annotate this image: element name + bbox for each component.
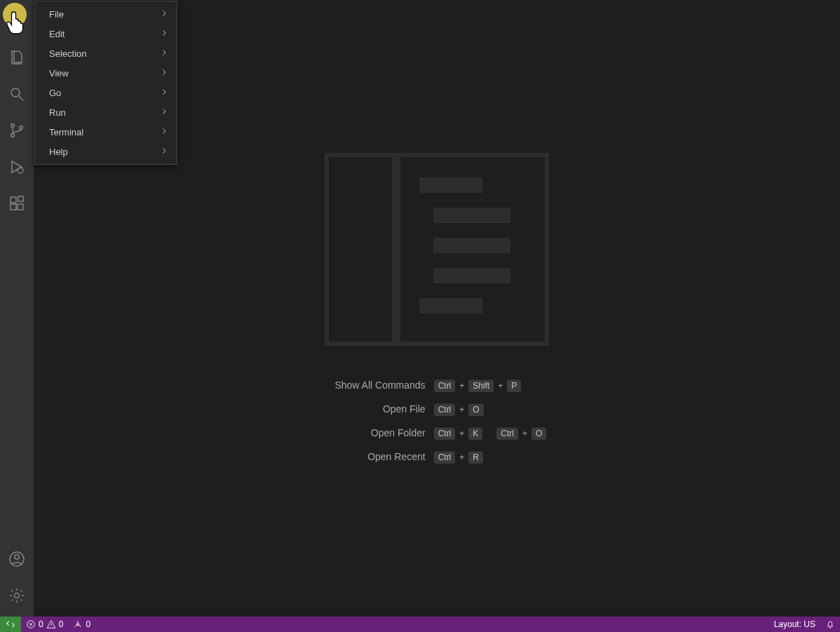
svg-point-11 [15,593,20,598]
svg-rect-7 [18,204,23,210]
svg-point-20 [77,623,80,626]
extensions-icon [8,195,25,212]
menu-item-terminal[interactable]: Terminal [35,122,177,142]
explorer-button[interactable] [0,41,34,74]
shortcut-label: Open Recent [327,451,426,464]
chevron-right-icon [160,29,168,39]
svg-rect-14 [419,177,482,193]
ports-item[interactable]: 0 [68,617,95,632]
svg-rect-6 [11,204,16,210]
menu-item-edit[interactable]: Edit [35,24,177,43]
extensions-button[interactable] [0,187,34,220]
shortcut-label: Show All Commands [327,379,426,392]
chevron-right-icon [160,147,168,157]
search-button[interactable] [0,77,34,111]
files-icon [8,49,25,66]
file-icon [325,153,549,346]
chevron-right-icon [160,9,168,20]
svg-rect-5 [11,197,16,203]
menu-item-help[interactable]: Help [35,142,177,161]
editor-watermark: Show All Commands Ctrl + Shift + P Open … [325,153,549,464]
notifications-item[interactable] [820,617,840,632]
shortcut-open-file: Open File Ctrl + O [327,403,547,416]
key: K [468,427,482,440]
hamburger-icon [8,13,25,29]
menu-item-label: View [49,68,69,79]
menu-item-label: File [49,9,64,20]
svg-rect-15 [433,208,510,223]
svg-rect-17 [433,268,510,283]
account-icon [8,551,25,567]
menu-item-label: Selection [49,48,86,59]
key: O [531,427,546,440]
menu-item-label: Terminal [49,127,83,137]
keyboard-layout-item[interactable]: Layout: US [769,617,820,632]
error-count: 0 [39,619,43,629]
shortcut-show-all-commands: Show All Commands Ctrl + Shift + P [327,379,547,392]
key: Shift [468,379,494,392]
svg-point-4 [18,168,23,173]
activity-bar [0,0,34,617]
shortcut-open-recent: Open Recent Ctrl + R [327,451,547,464]
svg-rect-8 [18,196,23,201]
chevron-right-icon [160,68,168,79]
svg-rect-18 [419,298,482,314]
shortcut-label: Open File [327,403,426,416]
error-icon [26,619,36,629]
problems-item[interactable]: 0 0 [21,617,68,632]
key: Ctrl [434,403,456,416]
key: O [468,403,483,416]
chevron-right-icon [160,127,168,137]
warning-icon [46,619,56,629]
menu-item-view[interactable]: View [35,63,177,83]
svg-rect-16 [433,238,510,253]
search-icon [8,86,25,102]
menu-item-go[interactable]: Go [35,83,177,102]
menu-item-label: Run [49,107,66,118]
svg-point-2 [11,134,15,137]
chevron-right-icon [160,48,168,59]
accounts-button[interactable] [0,542,34,576]
run-debug-icon [8,159,25,175]
git-branch-icon [8,122,25,139]
keyboard-layout-label: Layout: US [774,619,815,629]
chevron-right-icon [160,107,168,118]
menu-item-label: Go [49,88,61,98]
bell-icon [825,619,835,629]
shortcut-label: Open Folder [327,427,426,440]
gear-icon [8,587,25,604]
svg-point-0 [11,88,20,97]
key: Ctrl [496,427,518,440]
menu-item-label: Edit [49,29,65,39]
run-debug-button[interactable] [0,150,34,184]
status-bar: 0 0 0 Layout: US [0,617,840,632]
warning-count: 0 [59,619,64,629]
svg-point-1 [11,124,15,128]
shortcut-open-folder: Open Folder Ctrl + K Ctrl + O [327,427,547,440]
svg-point-10 [15,555,19,559]
application-menu-popup: File Edit Selection View Go Run Terminal… [34,1,177,165]
key: P [507,379,521,392]
key: Ctrl [434,451,456,464]
manage-button[interactable] [0,579,34,612]
svg-point-3 [20,126,23,130]
remote-icon [6,619,15,629]
menu-item-selection[interactable]: Selection [35,43,177,63]
ports-count: 0 [86,619,90,629]
menu-item-run[interactable]: Run [35,102,177,122]
menu-item-file[interactable]: File [35,4,177,24]
ports-icon [73,619,83,629]
menu-button[interactable] [0,4,34,38]
remote-indicator[interactable] [0,617,21,632]
key: Ctrl [434,379,456,392]
source-control-button[interactable] [0,114,34,147]
chevron-right-icon [160,88,168,98]
key: Ctrl [434,427,456,440]
menu-item-label: Help [49,147,68,157]
key: R [468,451,483,464]
